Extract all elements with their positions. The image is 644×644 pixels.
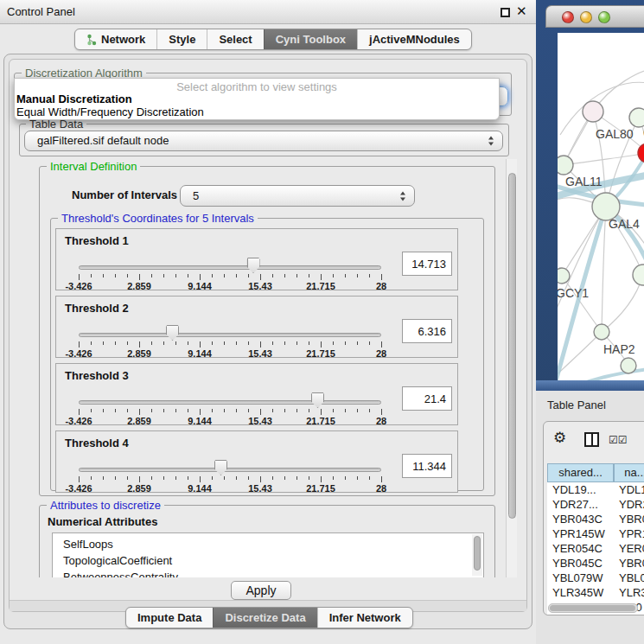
control-panel-titlebar: Control Panel ✕ — [0, 0, 536, 24]
threshold-slider-thumb[interactable] — [247, 258, 260, 273]
slider-tick — [103, 274, 104, 277]
tab-cyni-toolbox[interactable]: Cyni Toolbox — [264, 29, 357, 49]
node-label-gal80: GAL80 — [596, 127, 634, 141]
slider-tick — [79, 341, 80, 348]
table-cell: YDL19... — [552, 482, 596, 497]
slider-tick — [151, 409, 152, 412]
slider-tick-label: 9.144 — [174, 281, 226, 291]
attributes-list-scrollbar[interactable] — [472, 534, 482, 576]
slider-tick — [139, 341, 140, 348]
table-row[interactable]: YPR145WYPR1 — [547, 526, 644, 541]
threshold-slider-track[interactable] — [79, 400, 381, 405]
algorithm-option-equal-width-frequency-discretization[interactable]: Equal Width/Frequency Discretization — [15, 105, 499, 118]
slider-tick — [321, 341, 322, 348]
slider-tick-label: 28 — [355, 348, 407, 359]
table-row[interactable]: YLR345WYLR3 — [547, 585, 644, 600]
columns-icon[interactable] — [584, 432, 599, 447]
slider-tick — [272, 476, 273, 480]
slider-tick — [296, 274, 297, 277]
table-data-combobox-value: galFiltered.sif default node — [37, 134, 169, 147]
slider-tick — [200, 409, 201, 415]
algorithm-option-manual-discretization[interactable]: Manual Discretization — [15, 92, 499, 105]
node-h[interactable] — [633, 265, 644, 285]
attribute-list-item[interactable]: SelfLoops — [53, 536, 483, 552]
tab-select[interactable]: Select — [207, 29, 263, 49]
table-row[interactable]: YBL079WYBL0 — [547, 571, 644, 585]
node-gal11[interactable] — [558, 156, 573, 175]
close-icon[interactable]: ✕ — [516, 3, 527, 19]
slider-tick — [127, 476, 128, 480]
slider-tick — [309, 274, 309, 277]
table-horizontal-scrollbar[interactable] — [548, 603, 638, 613]
threshold-slider-track[interactable] — [79, 468, 381, 472]
tab-jactivemnodules[interactable]: jActiveMNodules — [357, 29, 471, 49]
slider-tick — [188, 274, 188, 277]
node-top-right[interactable] — [629, 108, 644, 127]
node-bottom[interactable] — [621, 358, 636, 373]
apply-button[interactable]: Apply — [231, 581, 291, 600]
threshold-slider-thumb[interactable] — [311, 392, 324, 408]
float-panel-icon[interactable] — [501, 8, 510, 17]
slider-tick — [224, 341, 225, 345]
gear-icon[interactable]: ⚙ — [553, 429, 566, 447]
table-row[interactable]: YBR045CYBR0 — [547, 556, 644, 571]
table-column-header-1[interactable]: na... — [614, 463, 644, 482]
table-row[interactable]: YBR043CYBR0 — [547, 512, 644, 526]
bottom-tab-infer-network[interactable]: Infer Network — [317, 608, 412, 628]
slider-tick — [345, 409, 346, 412]
tab-style[interactable]: Style — [156, 29, 207, 49]
threshold-value-field[interactable]: 21.4 — [402, 386, 452, 411]
numerical-attributes-list[interactable]: SelfLoopsTopologicalCoefficientBetweenne… — [52, 532, 484, 577]
close-window-icon[interactable] — [562, 11, 574, 23]
attribute-list-item[interactable]: TopologicalCoefficient — [53, 552, 483, 569]
slider-tick — [79, 476, 80, 482]
table-cell: YBR0 — [619, 556, 644, 571]
node-selected[interactable] — [638, 143, 644, 163]
slider-tick — [175, 274, 176, 277]
table-row[interactable]: YDR27...YDR2 — [547, 497, 644, 512]
checkboxes-icon[interactable]: ☑☑ — [609, 434, 628, 446]
bottom-tab-impute-data-label: Impute Data — [137, 611, 201, 624]
threshold-slider-thumb[interactable] — [166, 325, 179, 341]
settings-scrollbar-thumb[interactable] — [508, 173, 516, 519]
slider-tick — [103, 476, 104, 480]
threshold-value-field[interactable]: 6.316 — [402, 319, 452, 343]
table-row[interactable]: YER054CYER0 — [547, 541, 644, 556]
slider-tick — [163, 409, 164, 412]
slider-tick-label: 21.715 — [295, 483, 347, 494]
threshold-slider-track[interactable] — [79, 265, 381, 270]
threshold-value-field[interactable]: 14.713 — [402, 252, 452, 276]
attribute-list-item[interactable]: BetweennessCentrality — [53, 569, 483, 577]
slider-tick — [272, 409, 273, 412]
attributes-list-scrollbar-thumb[interactable] — [474, 536, 481, 571]
threshold-slider-track[interactable] — [79, 333, 381, 337]
bottom-tab-impute-data[interactable]: Impute Data — [126, 608, 213, 628]
settings-vertical-scrollbar[interactable] — [506, 159, 517, 577]
slider-tick — [296, 341, 297, 345]
minimize-window-icon[interactable] — [580, 11, 592, 23]
slider-tick — [175, 476, 176, 480]
tab-cyni-toolbox-label: Cyni Toolbox — [276, 33, 346, 46]
slider-tick — [212, 409, 213, 412]
slider-tick-label: -3.426 — [53, 348, 105, 359]
node-gal80[interactable] — [583, 101, 603, 122]
node-gcy1[interactable] — [558, 268, 570, 284]
bottom-tab-discretize-data[interactable]: Discretize Data — [213, 608, 316, 628]
table-column-header-0[interactable]: shared... — [547, 463, 614, 482]
table-data-combobox[interactable]: galFiltered.sif default node — [24, 131, 503, 151]
threshold-value-field[interactable]: 11.344 — [402, 454, 452, 478]
slider-tick — [309, 409, 309, 412]
slider-tick — [224, 476, 225, 480]
slider-tick — [260, 274, 261, 280]
network-canvas[interactable]: GAL80GACGAL11GAL4GCY1HHAP2 — [558, 33, 644, 386]
zoom-window-icon[interactable] — [598, 11, 610, 23]
slider-tick — [333, 476, 334, 480]
slider-tick — [103, 409, 104, 412]
tab-network[interactable]: Network — [75, 29, 156, 49]
slider-tick — [212, 341, 213, 345]
table-scrollbar-thumb[interactable] — [550, 605, 635, 611]
node-hap2[interactable] — [594, 324, 609, 340]
threshold-slider-thumb[interactable] — [214, 460, 227, 475]
slider-tick — [188, 341, 188, 345]
table-row[interactable]: YDL19...YDL1 — [547, 482, 644, 497]
